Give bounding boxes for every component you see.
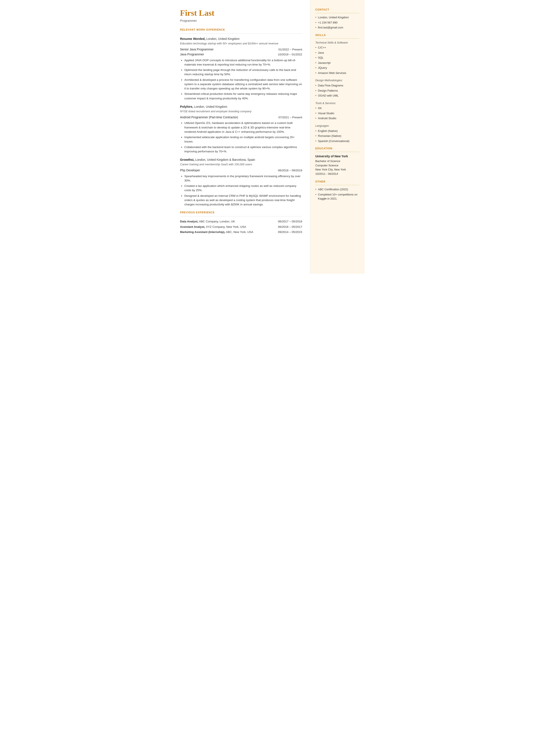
contact-item-email: first.last@gmail.com [316,25,359,30]
right-column: CONTACT London, United Kingdom +1 234 56… [310,0,365,274]
skill-item: Data Flow Diagrams [316,83,359,88]
contact-list: London, United Kingdom +1 234 567 890 fi… [316,15,359,30]
left-column: First Last Programmer RELEVANT WORK EXPE… [171,0,310,274]
languages-list: English (Native) Romanian (Native) Spani… [316,129,359,143]
prev-date-3: 09/2014 – 05/2015 [278,230,302,234]
candidate-title: Programmer [180,18,302,23]
language-item: Romanian (Native) [316,134,359,138]
job-row-2a: Android Programmer (Part-time Contractor… [180,115,302,120]
bullet-item: Utilized OpenGL ES, hardware acceleratio… [184,121,302,134]
job-title-1b: Java Programmer [180,52,204,57]
other-section-title: OTHER [316,180,359,183]
employer-header-1: Resume Worded, London, United Kingdom Ed… [180,37,302,45]
job-date-1a: 01/2022 – Present [278,47,302,52]
prev-job-3: Marketing Assistant (Internship), ABC, N… [180,230,278,234]
company-name-1: Resume Worded, London, United Kingdom [180,37,239,41]
divider-other [316,185,359,185]
bullet-item: Optimized the landing page through the r… [184,68,302,77]
divider-previous [180,216,302,216]
bullet-list-3: Spearheaded key improvements in the prop… [184,174,302,207]
job-block-1: Senior Java Programmer 01/2022 – Present… [180,47,302,57]
prev-job-row-2: Assistant Analyst, XYZ Company, New York… [180,225,302,229]
contact-section-title: CONTACT [316,8,359,12]
divider-contact [316,13,359,13]
tools-label: Tools & Services: [316,101,359,105]
skill-item: Amazon Web Services [316,71,359,75]
language-item: English (Native) [316,129,359,133]
language-item: Spanish (Conversational) [316,139,359,143]
employer-header-3: Growthsi, London, United Kingdom & Barce… [180,157,302,166]
other-item: Completed 10+ competitions on Kaggle in … [316,192,359,201]
bullet-list-2: Utilized OpenGL ES, hardware acceleratio… [184,121,302,154]
skill-item: Visual Studio [316,111,359,116]
education-section-title: EDUCATION [316,147,359,151]
relevant-work-section-title: RELEVANT WORK EXPERIENCE [180,28,302,32]
design-label: Design Methodologies: [316,78,359,83]
other-item: ABC Certification (2022) [316,187,359,192]
bullet-item: Collaborated with the backend team to co… [184,145,302,154]
skill-item: Git [316,106,359,110]
edu-field: Computer Science [316,163,359,168]
job-title-1a: Senior Java Programmer [180,47,214,52]
job-block-3: Php Developer 06/2018 – 09/2019 [180,168,302,173]
other-list: ABC Certification (2022) Completed 10+ c… [316,187,359,201]
skill-item: Java [316,51,359,55]
edu-dates: 10/2011 - 06/2014 [316,172,359,176]
company-name-2: Polyhire, London, United Kingdom [180,105,227,108]
job-date-2a: 07/2021 – Present [278,115,302,120]
bullet-item: Implemented widescale application testin… [184,135,302,144]
job-row-1a: Senior Java Programmer 01/2022 – Present [180,47,302,52]
bullet-list-1: Applied JAVA OOP concepts to introduce a… [184,58,302,101]
skill-item: JQuery [316,66,359,70]
design-list: Data Flow Diagrams Design Patterns OOAD … [316,83,359,98]
prev-date-2: 06/2016 – 05/2017 [278,225,302,229]
edu-university: University of New York [316,154,359,159]
divider-relevant-work [180,33,302,34]
technical-list: C/C++ Java SQL Javascript JQuery Amazon … [316,45,359,75]
company-tagline-3: Career training and membership SaaS with… [180,162,302,167]
edu-location: New York City, New York [316,167,359,172]
skill-item: Design Patterns [316,89,359,93]
employer-header-2: Polyhire, London, United Kingdom NYSE-li… [180,104,302,113]
company-tagline-1: Education technology startup with 50+ em… [180,42,302,46]
bullet-item: Spearheaded key improvements in the prop… [184,174,302,183]
bullet-item: Designed & developed an internal CRM in … [184,194,302,207]
job-row-1b: Java Programmer 10/2019 – 01/2022 [180,52,302,57]
prev-job-2: Assistant Analyst, XYZ Company, New York… [180,225,278,229]
job-title-2a: Android Programmer (Part-time Contractor… [180,115,238,120]
skills-section-title: SKILLS [316,33,359,37]
bullet-item: Created a tax application which enhanced… [184,184,302,193]
skill-item: OOAD with UML [316,94,359,98]
prev-job-row-3: Marketing Assistant (Internship), ABC, N… [180,230,302,234]
employer-resume-worded: Resume Worded, London, United Kingdom Ed… [180,37,302,101]
candidate-name: First Last [180,9,302,18]
edu-degree: Bachelor of Science [316,159,359,163]
skill-item: Javascript [316,61,359,65]
job-row-3a: Php Developer 06/2018 – 09/2019 [180,168,302,173]
technical-label: Technical Skills & Software: [316,41,359,45]
languages-label: Languages: [316,124,359,128]
company-tagline-2: NYSE-listed recruitment and employer bra… [180,109,302,114]
skill-item: Android Studio [316,116,359,121]
bullet-item: Streamlined critical production tickets … [184,92,302,101]
job-title-3a: Php Developer [180,168,200,173]
skill-item: C/C++ [316,45,359,50]
contact-item-phone: +1 234 567 890 [316,20,359,25]
prev-date-1: 06/2017 – 05/2018 [278,219,302,224]
employer-growthsi: Growthsi, London, United Kingdom & Barce… [180,157,302,207]
education-block: University of New York Bachelor of Scien… [316,154,359,176]
employer-polyhire: Polyhire, London, United Kingdom NYSE-li… [180,104,302,154]
divider-skills [316,38,359,39]
contact-item-location: London, United Kingdom [316,15,359,20]
bullet-item: Applied JAVA OOP concepts to introduce a… [184,58,302,67]
previous-experience-section-title: PREVIOUS EXPERIENCE [180,210,302,214]
skill-item: SQL [316,56,359,60]
bullet-item: Architected & developed a process for tr… [184,78,302,91]
job-block-2: Android Programmer (Part-time Contractor… [180,115,302,120]
prev-job-1: Data Analyst, ABC Company, London, UK [180,219,278,224]
job-date-1b: 10/2019 – 01/2022 [278,52,302,57]
prev-job-row-1: Data Analyst, ABC Company, London, UK 06… [180,219,302,224]
tools-list: Git Visual Studio Android Studio [316,106,359,121]
company-name-3: Growthsi, London, United Kingdom & Barce… [180,158,255,161]
job-date-3a: 06/2018 – 09/2019 [278,168,302,173]
